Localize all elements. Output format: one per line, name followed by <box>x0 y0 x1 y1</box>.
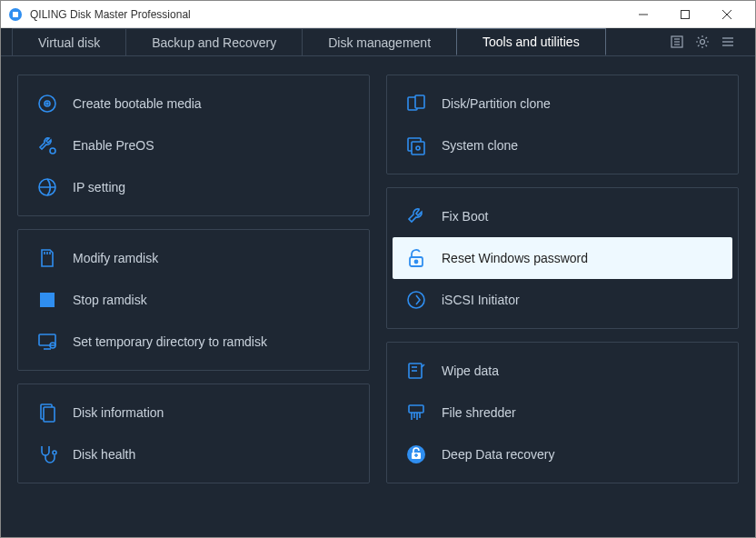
tab-backup-recovery[interactable]: Backup and Recovery <box>125 28 303 55</box>
tab-tools-utilities[interactable]: Tools and utilities <box>456 28 606 55</box>
svg-point-36 <box>408 292 424 308</box>
clone-disk-icon <box>405 93 427 115</box>
svg-point-35 <box>415 261 418 264</box>
log-icon[interactable] <box>670 35 684 49</box>
right-column: Disk/Partition clone System clone <box>386 75 739 519</box>
ip-icon <box>36 176 58 198</box>
item-ip-setting[interactable]: IP setting <box>24 166 363 208</box>
app-body: Virtual disk Backup and Recovery Disk ma… <box>1 28 755 537</box>
item-label: Stop ramdisk <box>73 293 351 307</box>
svg-rect-40 <box>409 405 423 413</box>
item-create-bootable-media[interactable]: Create bootable media <box>24 83 363 125</box>
toolbar-icons <box>661 28 744 55</box>
item-label: System clone <box>442 138 720 153</box>
svg-point-16 <box>46 103 48 105</box>
item-label: iSCSI Initiator <box>442 293 720 307</box>
item-label: Reset Windows password <box>442 251 720 265</box>
clone-system-icon <box>405 134 427 156</box>
item-file-shredder[interactable]: File shredder <box>393 392 732 433</box>
svg-rect-27 <box>44 407 55 422</box>
item-deep-data-recovery[interactable]: Deep Data recovery <box>393 433 732 475</box>
svg-rect-22 <box>40 293 55 307</box>
item-label: Disk/Partition clone <box>442 96 720 111</box>
item-stop-ramdisk[interactable]: Stop ramdisk <box>24 279 363 321</box>
wrench-gear-icon <box>36 134 58 156</box>
tabbar: Virtual disk Backup and Recovery Disk ma… <box>1 28 755 55</box>
gear-icon[interactable] <box>695 35 710 49</box>
svg-rect-32 <box>412 142 424 154</box>
close-button[interactable] <box>706 1 748 28</box>
item-wipe-data[interactable]: Wipe data <box>393 350 732 392</box>
menu-icon[interactable] <box>721 35 735 49</box>
stethoscope-icon <box>36 443 58 465</box>
left-column: Create bootable media Enable PreOS IP se… <box>17 75 370 519</box>
item-label: Deep Data recovery <box>442 447 720 462</box>
item-label: Wipe data <box>442 364 720 378</box>
tab-virtual-disk[interactable]: Virtual disk <box>12 28 126 55</box>
panel-bootable: Create bootable media Enable PreOS IP se… <box>17 75 370 216</box>
tab-disk-management[interactable]: Disk management <box>302 28 457 55</box>
app-icon <box>8 7 23 22</box>
item-set-temp-ramdisk[interactable]: Set temporary directory to ramdisk <box>24 321 363 363</box>
svg-point-10 <box>701 40 705 45</box>
panel-data: Wipe data File shredder Deep Data recove… <box>386 342 739 483</box>
titlebar: QILING Disk Master Professional <box>1 1 755 28</box>
svg-point-17 <box>50 148 55 154</box>
item-modify-ramdisk[interactable]: Modify ramdisk <box>24 237 363 279</box>
disc-icon <box>36 93 58 115</box>
panel-ramdisk: Modify ramdisk Stop ramdisk Set temporar… <box>17 229 370 371</box>
shredder-icon <box>405 402 427 423</box>
wipe-icon <box>405 360 427 382</box>
stop-icon <box>36 289 58 311</box>
item-label: File shredder <box>442 405 720 420</box>
window-title: QILING Disk Master Professional <box>30 8 622 21</box>
item-label: Set temporary directory to ramdisk <box>73 334 351 349</box>
recovery-icon <box>405 443 427 465</box>
minimize-button[interactable] <box>622 1 664 28</box>
item-label: Create bootable media <box>73 96 351 111</box>
item-label: Enable PreOS <box>73 138 351 153</box>
maximize-button[interactable] <box>664 1 706 28</box>
item-system-clone[interactable]: System clone <box>393 125 732 166</box>
monitor-gear-icon <box>36 331 58 353</box>
item-reset-windows-password[interactable]: Reset Windows password <box>393 237 732 279</box>
item-label: Modify ramdisk <box>73 251 351 265</box>
panel-diskinfo: Disk information Disk health <box>17 384 370 483</box>
svg-point-28 <box>53 451 56 454</box>
item-fix-boot[interactable]: Fix Boot <box>393 195 732 237</box>
panel-clone: Disk/Partition clone System clone <box>386 75 739 174</box>
sdcard-icon <box>36 247 58 269</box>
item-label: IP setting <box>73 180 351 194</box>
item-iscsi-initiator[interactable]: iSCSI Initiator <box>393 279 732 321</box>
item-disk-partition-clone[interactable]: Disk/Partition clone <box>393 83 732 125</box>
svg-rect-3 <box>681 10 690 18</box>
item-label: Fix Boot <box>442 209 720 224</box>
app-window: QILING Disk Master Professional Virtual … <box>0 0 756 538</box>
doc-icon <box>36 402 58 423</box>
item-enable-preos[interactable]: Enable PreOS <box>24 125 363 166</box>
item-disk-health[interactable]: Disk health <box>24 433 363 475</box>
item-label: Disk information <box>73 405 351 420</box>
panel-repair: Fix Boot Reset Windows password iSCSI In… <box>386 187 739 329</box>
wrench-icon <box>405 205 427 227</box>
item-disk-information[interactable]: Disk information <box>24 392 363 433</box>
iscsi-icon <box>405 289 427 311</box>
lock-icon <box>405 247 427 269</box>
window-controls <box>622 1 748 28</box>
svg-rect-23 <box>39 334 55 345</box>
content-area: Create bootable media Enable PreOS IP se… <box>1 55 755 537</box>
item-label: Disk health <box>73 447 351 462</box>
svg-rect-1 <box>13 12 18 17</box>
svg-rect-30 <box>415 95 424 108</box>
